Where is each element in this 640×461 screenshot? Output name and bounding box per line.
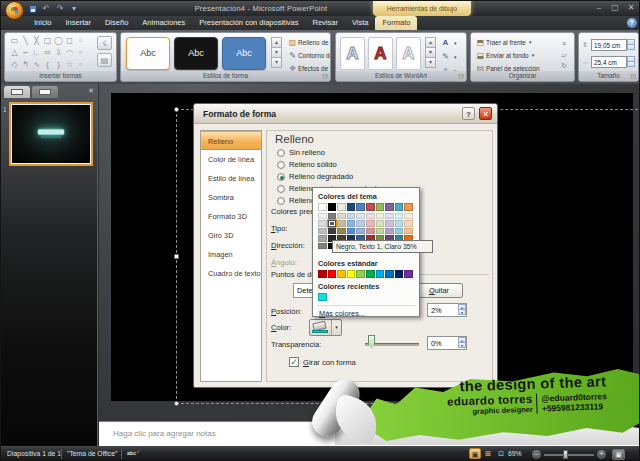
chevron-down-icon[interactable]: ▾ (331, 320, 341, 335)
tab-outline[interactable] (32, 86, 58, 98)
tab-dise-o[interactable]: Diseño (98, 16, 135, 30)
tint-swatch[interactable] (347, 220, 356, 226)
tint-swatch[interactable] (385, 220, 394, 226)
slide-sorter-icon[interactable]: ⊞ (482, 448, 494, 459)
transparency-spinner[interactable]: 0% ▴▾ (427, 336, 467, 350)
minimize-button[interactable]: – (594, 2, 604, 13)
dialog-launcher-icon[interactable]: ◳ (629, 72, 637, 80)
slideshow-icon[interactable]: ⊡ (495, 448, 507, 459)
shape-icon[interactable]: ◇ (9, 59, 20, 71)
tint-swatch[interactable] (366, 220, 375, 226)
tab-revisar[interactable]: Revisar (306, 16, 345, 30)
tint-swatch[interactable] (366, 213, 375, 219)
tint-swatch[interactable] (318, 228, 327, 234)
shape-icon[interactable]: { (42, 59, 53, 71)
theme-color-swatch[interactable] (337, 203, 346, 211)
tint-swatch[interactable] (328, 213, 337, 219)
dialog-close-icon[interactable]: ✕ (479, 107, 492, 120)
button-contorno-de-forma[interactable]: ✎Contorno de forma▾ (287, 49, 331, 61)
gallery-more-icon[interactable]: ▾ (271, 57, 282, 68)
handle-mid-left[interactable] (174, 254, 179, 259)
spin-down-icon[interactable] (627, 44, 635, 50)
button-enviar-al-fondo[interactable]: ⬓Enviar al fondo▾ (475, 49, 555, 61)
tint-swatch[interactable] (347, 228, 356, 234)
category-color-de-l-nea[interactable]: Color de línea (201, 150, 261, 169)
organize-mini-icon[interactable]: ▱ (558, 48, 570, 59)
more-colors-item[interactable]: Más colores... (317, 306, 415, 318)
shape-style-1[interactable]: Abc (126, 37, 170, 70)
tint-swatch[interactable] (376, 213, 385, 219)
standard-color-swatch[interactable] (347, 270, 356, 278)
shape-icon[interactable]: ∿ (31, 59, 42, 71)
shape-icon[interactable]: ▫ (75, 47, 86, 59)
shape-icon[interactable]: ◯ (53, 35, 64, 47)
maximize-button[interactable]: ▢ (610, 2, 620, 13)
spin-down-icon[interactable]: ▾ (458, 342, 466, 348)
tint-swatch[interactable] (404, 228, 413, 234)
shape-icon[interactable]: ▫ (75, 35, 86, 47)
theme-color-swatch[interactable] (356, 203, 365, 211)
dialog-launcher-icon[interactable]: ◳ (457, 72, 465, 80)
category-formato-3d[interactable]: Formato 3D (201, 207, 261, 226)
shape-icon[interactable]: ↰ (20, 59, 31, 71)
tint-swatch[interactable] (318, 220, 327, 226)
tint-swatch[interactable] (385, 228, 394, 234)
tint-swatch[interactable] (366, 228, 375, 234)
spin-down-icon[interactable]: ▾ (458, 309, 466, 315)
shape-icon[interactable]: ☆ (64, 59, 75, 71)
theme-color-swatch[interactable] (395, 203, 404, 211)
handle-bottom-left[interactable] (174, 401, 179, 406)
redo-icon[interactable]: ↷ (55, 4, 65, 13)
standard-color-swatch[interactable] (366, 270, 375, 278)
shape-icon[interactable]: ╳ (31, 35, 42, 47)
radio-relleno-degradado[interactable]: Relleno degradado (277, 171, 353, 182)
dialog-launcher-icon[interactable]: ◳ (321, 72, 329, 80)
theme-color-swatch[interactable] (404, 203, 413, 211)
category-imagen[interactable]: Imagen (201, 245, 261, 264)
tint-swatch[interactable] (318, 243, 327, 249)
wordart-style-1[interactable]: A (340, 37, 365, 70)
standard-color-swatch[interactable] (356, 270, 365, 278)
theme-color-swatch[interactable] (328, 203, 337, 211)
dialog-title-bar[interactable]: Formato de forma ? ✕ (194, 104, 497, 124)
normal-view-icon[interactable]: ▣ (469, 448, 481, 459)
height-input[interactable]: 19,05 cm (591, 39, 627, 51)
shape-icon[interactable]: △ (9, 47, 20, 59)
tab-inicio[interactable]: Inicio (27, 16, 59, 30)
shape-icon[interactable]: ⌐ (20, 47, 31, 59)
tint-swatch[interactable] (328, 228, 337, 234)
standard-color-swatch[interactable] (337, 270, 346, 278)
tint-swatch[interactable] (395, 213, 404, 219)
shape-icon[interactable]: ◻ (64, 35, 75, 47)
tint-swatch[interactable] (337, 228, 346, 234)
organize-mini-icon[interactable]: ↻ (558, 59, 570, 70)
theme-color-swatch[interactable] (385, 203, 394, 211)
standard-color-swatch[interactable] (404, 270, 413, 278)
radio-relleno-s-lido[interactable]: Relleno sólido (277, 159, 337, 170)
tab-presentaci-n-con-diapositivas[interactable]: Presentación con diapositivas (192, 16, 305, 30)
tint-swatch[interactable] (404, 213, 413, 219)
remove-stop-button[interactable]: Quitar (415, 283, 463, 298)
position-spinner[interactable]: 2% ▴▾ (427, 303, 467, 317)
category-cuadro-de-texto[interactable]: Cuadro de texto (201, 264, 261, 283)
rotate-with-shape-checkbox[interactable]: ✓ (289, 357, 299, 367)
tint-swatch[interactable] (337, 213, 346, 219)
button-text-outline[interactable]: ✎▾ (440, 50, 457, 63)
panel-close-icon[interactable]: ✕ (88, 87, 94, 95)
theme-color-swatch[interactable] (376, 203, 385, 211)
standard-color-swatch[interactable] (395, 270, 404, 278)
standard-color-swatch[interactable] (376, 270, 385, 278)
tint-swatch[interactable] (347, 213, 356, 219)
tint-swatch[interactable] (376, 220, 385, 226)
spellcheck-icon[interactable]: abc✓ (127, 449, 139, 459)
tab-animaciones[interactable]: Animaciones (135, 16, 192, 30)
zoom-out-icon[interactable]: – (532, 450, 541, 459)
office-orb-button[interactable] (5, 1, 24, 20)
tint-swatch[interactable] (337, 220, 346, 226)
zoom-slider-track[interactable] (544, 454, 594, 456)
theme-color-swatch[interactable] (347, 203, 356, 211)
undo-icon[interactable]: ↶ (41, 4, 51, 13)
shape-style-2[interactable]: Abc (174, 37, 218, 70)
wordart-style-2[interactable]: A (368, 37, 393, 70)
tab-formato[interactable]: Formato (375, 16, 417, 30)
